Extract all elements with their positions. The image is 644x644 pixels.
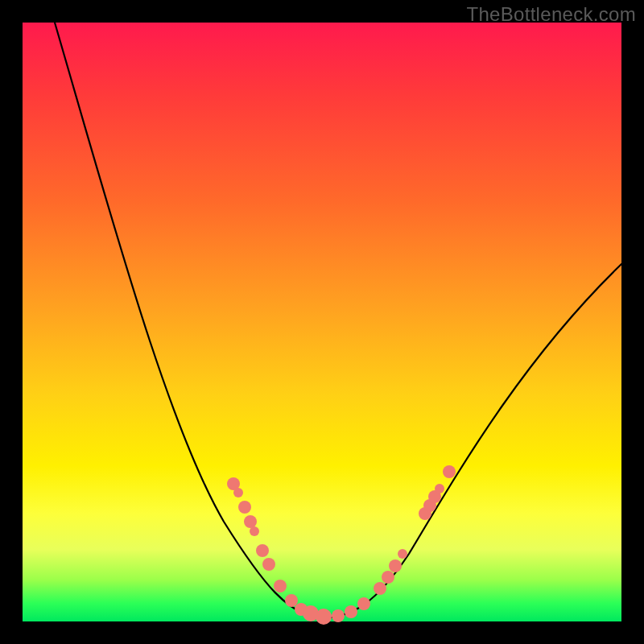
data-dot <box>250 526 259 536</box>
data-dot <box>332 609 345 622</box>
data-dot <box>256 544 269 557</box>
data-dot <box>262 558 275 571</box>
dot-layer <box>227 465 456 625</box>
data-dot <box>382 571 394 584</box>
plot-area <box>23 23 621 621</box>
data-dot <box>398 549 407 559</box>
data-dot <box>233 488 243 497</box>
outer-frame: TheBottleneck.com <box>0 0 644 644</box>
chart-svg <box>23 23 621 621</box>
data-dot <box>238 501 251 514</box>
data-dot <box>274 580 287 592</box>
data-dot <box>374 582 386 595</box>
data-dot <box>389 559 402 572</box>
data-dot <box>443 465 456 478</box>
data-dot <box>244 515 257 528</box>
data-dot <box>357 597 370 610</box>
data-dot <box>435 484 444 493</box>
data-dot <box>285 594 298 607</box>
bottleneck-curve <box>55 23 621 618</box>
data-dot <box>316 609 332 625</box>
data-dot <box>345 605 357 618</box>
